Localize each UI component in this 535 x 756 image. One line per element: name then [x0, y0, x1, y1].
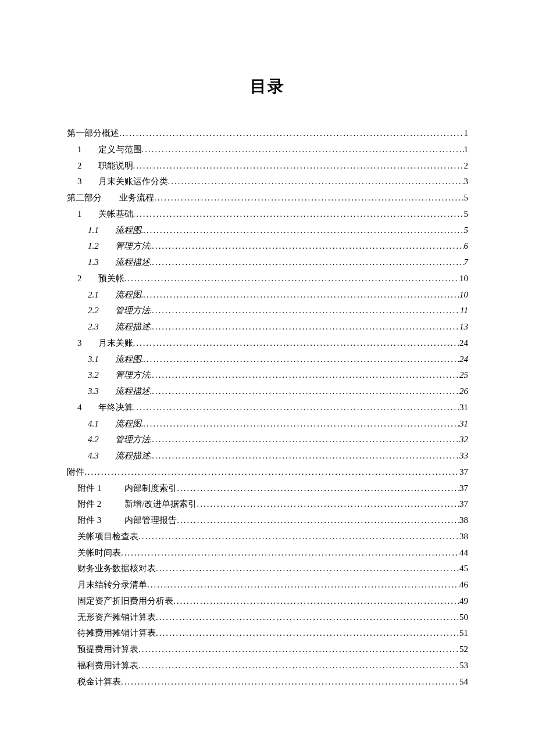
toc-label: 预提费用计算表 [77, 642, 138, 658]
toc-page: 1 [464, 126, 469, 142]
toc-row: 无形资产摊销计算表 50 [67, 610, 468, 626]
toc-page: 10 [459, 271, 468, 287]
toc-dots [119, 126, 464, 142]
toc-text: 流程图. [115, 354, 144, 364]
toc-text: 新增/改进单据索引 [124, 499, 197, 508]
toc-label: 4.3流程描述. [88, 448, 152, 464]
toc-num: 3.2 [88, 370, 99, 379]
toc-num: 2 [77, 161, 82, 170]
toc-page: 45 [459, 561, 468, 577]
toc-page: 5 [464, 190, 469, 206]
toc-label: 4年终决算 [77, 400, 133, 416]
toc-dots [197, 496, 459, 513]
toc-page: 49 [459, 593, 468, 610]
toc-num: 附件 2 [77, 499, 101, 508]
toc-dots [133, 206, 464, 223]
toc-dots [156, 625, 459, 642]
toc-text: 无形资产摊销计算表 [77, 612, 156, 622]
toc-row: 1关帐基础 5 [67, 206, 468, 223]
toc-text: 固定资产折旧费用分析表 [77, 596, 173, 605]
toc-text: 关帐项目检查表 [77, 532, 138, 541]
page-title: 目录 [67, 76, 468, 98]
toc-dots [177, 481, 459, 497]
toc-text: 流程图. [115, 290, 144, 299]
toc-page: 1 [464, 142, 469, 158]
toc-dots [156, 561, 459, 577]
toc-row: 固定资产折旧费用分析表 49 [67, 593, 468, 610]
toc-dots [84, 464, 459, 481]
toc-num: 3.3 [88, 386, 99, 396]
toc-label: 2职能说明 [77, 158, 133, 174]
toc-page: 33 [459, 448, 468, 464]
toc-text: 关帐基础 [98, 209, 133, 218]
toc-page: 50 [459, 610, 468, 626]
toc-num: 2.1 [88, 290, 99, 299]
toc-label: 关帐时间表 [77, 545, 121, 561]
toc-page: 37 [459, 496, 468, 513]
toc-row: 2.2管理方法. 11 [67, 303, 468, 319]
toc-label: 附件 3内部管理报告 [77, 513, 177, 529]
toc-num: 4.2 [88, 435, 99, 444]
toc-num: 附件 1 [77, 483, 101, 493]
toc-page: 24 [459, 352, 468, 368]
toc-dots [144, 352, 460, 368]
toc-text: 福利费用计算表 [77, 661, 138, 670]
toc-dots [168, 174, 464, 190]
toc-num: 2 [77, 274, 82, 283]
toc-label: 4.2管理方法. [88, 432, 152, 448]
toc-dots [156, 610, 459, 626]
toc-dots [133, 400, 460, 416]
toc-dots [152, 319, 460, 335]
toc-page: 25 [459, 367, 468, 384]
toc-text: 关帐时间表 [77, 548, 121, 557]
toc-text: 内部管理报告 [124, 515, 177, 525]
toc-row: 关帐时间表 44 [67, 545, 468, 561]
toc-num: 1.3 [88, 257, 99, 267]
toc-text: 管理方法. [115, 435, 152, 444]
toc-row: 3.2管理方法. 25 [67, 367, 468, 384]
toc-page: 54 [459, 674, 468, 690]
toc-text: 税金计算表 [77, 677, 121, 686]
toc-page: 13 [459, 319, 468, 335]
toc-label: 1.1流程图. [88, 223, 144, 239]
toc-page: 38 [459, 513, 468, 529]
toc-page: 26 [459, 384, 468, 400]
toc-label: 第一部分概述 [67, 126, 119, 142]
table-of-contents: 第一部分概述 11定义与范围 12职能说明 23月末关账运作分类 3第二部分 业… [67, 126, 468, 690]
toc-label: 3.3流程描述. [88, 384, 152, 400]
toc-dots [154, 190, 464, 206]
toc-label: 无形资产摊销计算表 [77, 610, 156, 626]
toc-row: 4.3流程描述. 33 [67, 448, 468, 464]
toc-row: 2预关帐 10 [67, 271, 468, 287]
toc-num: 2.2 [88, 306, 99, 315]
toc-page: 46 [459, 577, 468, 593]
toc-text: 管理方法. [115, 370, 152, 379]
toc-label: 2预关帐 [77, 271, 124, 287]
toc-text: 流程图. [115, 419, 144, 428]
toc-page: 52 [459, 642, 468, 658]
toc-num: 3 [77, 338, 82, 347]
toc-text: 流程图. [115, 225, 144, 235]
toc-page: 37 [459, 481, 468, 497]
toc-page: 3 [464, 174, 469, 190]
toc-page: 2 [464, 158, 469, 174]
toc-dots [133, 158, 464, 174]
toc-label: 福利费用计算表 [77, 658, 138, 674]
toc-label: 2.3流程描述. [88, 319, 152, 335]
toc-text: 月末结转分录清单 [77, 580, 147, 589]
toc-text: 月末关账 [98, 338, 133, 347]
toc-row: 第二部分 业务流程 5 [67, 190, 468, 206]
toc-row: 福利费用计算表 53 [67, 658, 468, 674]
toc-row: 2职能说明 2 [67, 158, 468, 174]
toc-text: 预提费用计算表 [77, 644, 138, 654]
toc-text: 流程描述. [115, 386, 152, 396]
toc-page: 37 [459, 464, 468, 481]
toc-label: 3月末关账 [77, 335, 133, 352]
toc-label: 2.1流程图. [88, 287, 144, 303]
toc-num: 1.2 [88, 241, 99, 250]
toc-label: 关帐项目检查表 [77, 529, 138, 545]
toc-text: 管理方法. [115, 241, 152, 250]
toc-label: 待摊费用摊销计算表 [77, 625, 156, 642]
toc-row: 3.3流程描述. 26 [67, 384, 468, 400]
toc-label: 固定资产折旧费用分析表 [77, 593, 173, 610]
